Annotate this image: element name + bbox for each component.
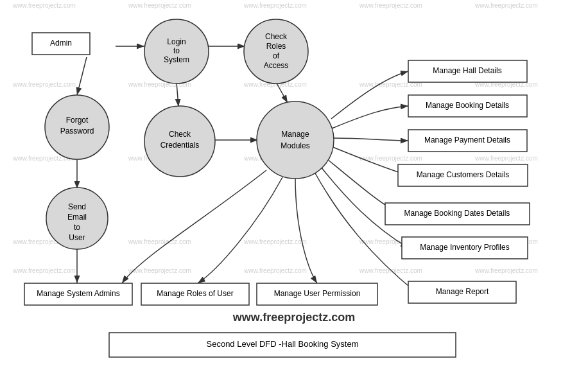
svg-text:www.freeprojectz.com: www.freeprojectz.com	[474, 267, 538, 274]
send-email-label1: Send	[68, 202, 86, 211]
manage-report-label: Manage Report	[436, 287, 489, 296]
svg-text:www.freeprojectz.com: www.freeprojectz.com	[12, 81, 76, 88]
send-email-label4: User	[69, 233, 85, 242]
manage-payment-label: Manage Payment Details	[424, 136, 510, 145]
bottom-title-text: Second Level DFD -Hall Booking System	[207, 339, 359, 349]
login-label: Login	[167, 37, 186, 46]
svg-text:www.freeprojectz.com: www.freeprojectz.com	[243, 2, 307, 9]
svg-text:www.freeprojectz.com: www.freeprojectz.com	[12, 267, 76, 274]
manage-roles-label: Manage Roles of User	[157, 289, 233, 298]
manage-modules-label2: Modules	[281, 141, 309, 150]
manage-user-perm-label: Manage User Permission	[274, 289, 361, 298]
check-roles-label1: Check	[265, 32, 288, 41]
manage-hall-label: Manage Hall Details	[433, 66, 501, 75]
check-roles-label3: of	[273, 51, 280, 60]
diagram-container: www.freeprojectz.com www.freeprojectz.co…	[0, 0, 588, 377]
admin-label: Admin	[50, 39, 72, 48]
manage-customers-label: Manage Customers Details	[417, 170, 510, 179]
svg-text:www.freeprojectz.com: www.freeprojectz.com	[359, 2, 422, 9]
forgot-label2: Password	[60, 127, 94, 136]
bottom-url: www.freeprojectz.com	[232, 311, 355, 324]
manage-booking-label: Manage Booking Details	[426, 101, 509, 110]
manage-sys-admins-label: Manage System Admins	[37, 289, 119, 298]
forgot-label1: Forgot	[66, 116, 89, 125]
manage-modules-label1: Manage	[281, 130, 309, 139]
check-cred-label1: Check	[169, 130, 191, 139]
svg-text:www.freeprojectz.com: www.freeprojectz.com	[474, 155, 538, 162]
svg-text:www.freeprojectz.com: www.freeprojectz.com	[128, 2, 191, 9]
manage-booking-dates-label: Manage Booking Dates Details	[404, 209, 510, 218]
check-cred-label2: Credentials	[160, 141, 200, 150]
send-email-label2: Email	[67, 213, 87, 222]
login-label2: to	[173, 46, 180, 55]
check-roles-label4: Access	[264, 61, 289, 70]
svg-text:www.freeprojectz.com: www.freeprojectz.com	[128, 238, 191, 245]
svg-line-27	[77, 57, 87, 95]
check-roles-label2: Roles	[266, 42, 286, 51]
login-label3: System	[164, 55, 189, 64]
send-email-label3: to	[74, 223, 80, 232]
svg-text:www.freeprojectz.com: www.freeprojectz.com	[12, 2, 76, 9]
svg-text:www.freeprojectz.com: www.freeprojectz.com	[474, 2, 538, 9]
svg-text:www.freeprojectz.com: www.freeprojectz.com	[243, 238, 307, 245]
manage-inventory-label: Manage Inventory Profiles	[420, 243, 509, 252]
svg-text:www.freeprojectz.com: www.freeprojectz.com	[243, 267, 307, 274]
manage-modules-node	[257, 101, 334, 179]
svg-text:www.freeprojectz.com: www.freeprojectz.com	[128, 267, 191, 274]
